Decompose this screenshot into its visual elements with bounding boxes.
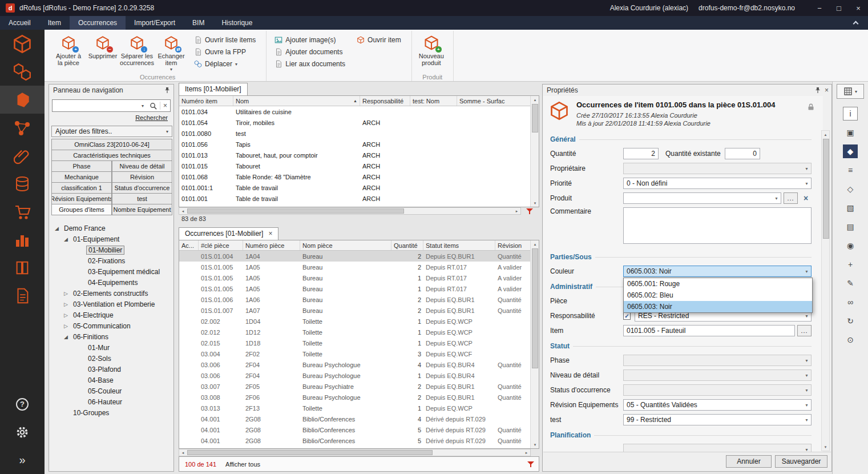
separate-occurrences-button[interactable]: ↓ Séparer lesoccurrences xyxy=(120,32,154,73)
filter-button[interactable]: Révision Equipements xyxy=(51,193,112,204)
close-panel-icon[interactable]: × xyxy=(825,87,829,94)
tree-expander-icon[interactable]: ◢ xyxy=(64,236,71,242)
occurrence-row[interactable]: 04.001 2G08 Biblio/Conferences 5 Dérivé … xyxy=(179,424,530,435)
tab-items[interactable]: Items [01-Mobilier] xyxy=(179,83,248,95)
status-select[interactable]: ▾ xyxy=(623,369,812,381)
module-finance[interactable] xyxy=(0,170,45,198)
col-responsabilite[interactable]: Responsabilité xyxy=(360,96,410,106)
scroll-down-icon[interactable]: ▾ xyxy=(531,199,539,207)
col-quantite[interactable]: Quantité xyxy=(391,240,423,250)
occurrence-row[interactable]: 04.001 2G08 Biblio/Conferences 5 Dérivé … xyxy=(179,435,530,446)
filter-button[interactable]: Groupes d'items xyxy=(51,204,112,215)
scroll-thumb[interactable] xyxy=(187,450,433,455)
menu-tab[interactable]: Occurrences xyxy=(70,16,126,30)
right-toolbar-icon[interactable]: + xyxy=(833,255,868,274)
occurrence-row[interactable]: 03.007 2F05 Bureau Psychiatre 2 Depuis E… xyxy=(179,381,530,392)
right-toolbar-icon[interactable]: ∞ xyxy=(833,292,868,311)
module-catalog[interactable] xyxy=(0,254,45,282)
add-documents-button[interactable]: Ajouter documents xyxy=(274,48,345,56)
occurrences-filter-indicator-icon[interactable] xyxy=(527,461,534,468)
owner-select[interactable]: ▾ xyxy=(623,163,812,174)
scroll-left-icon[interactable]: ◂ xyxy=(179,207,187,215)
items-hscrollbar[interactable]: ◂ ▸ xyxy=(179,207,521,215)
layout-menu-button[interactable]: ▾ xyxy=(837,84,864,99)
filter-button[interactable]: Niveau de détail xyxy=(112,160,172,172)
tree-item[interactable]: 04-Base xyxy=(50,375,172,385)
occurrences-hscrollbar[interactable]: ◂ ▸ xyxy=(179,449,531,456)
item-row[interactable]: 0101.015 Tabouret ARCH xyxy=(179,160,530,171)
item-row[interactable]: 0101.068 Table Ronde: 48 "Diamètre ARCH xyxy=(179,171,530,182)
item-row[interactable]: 0101.001:1 Table de travail ARCH xyxy=(179,182,530,193)
col-nom-piece[interactable]: Nom pièce xyxy=(300,240,391,250)
help-button[interactable]: ? xyxy=(0,390,45,418)
scroll-right-icon[interactable]: ▸ xyxy=(513,207,520,215)
new-product-button[interactable]: + Nouveauproduit xyxy=(414,32,449,73)
right-toolbar-icon[interactable]: ↻ xyxy=(833,311,868,330)
col-statut-items[interactable]: Statut items xyxy=(423,240,495,250)
scroll-thumb[interactable] xyxy=(823,139,829,239)
collapse-ribbon-icon[interactable] xyxy=(854,16,858,30)
scroll-up-icon[interactable]: ▴ xyxy=(531,240,539,248)
col-nom[interactable]: Nom▲ xyxy=(233,96,360,106)
right-toolbar-icon[interactable]: ▤ xyxy=(833,217,868,236)
occurrence-row[interactable]: 01S.01.007 1A07 Bureau 2 Depuis EQ.BUR1 … xyxy=(179,305,530,316)
tree-item[interactable]: 01-Mur xyxy=(50,342,172,353)
right-toolbar-icon[interactable]: ✎ xyxy=(833,274,868,292)
maximize-button[interactable]: □ xyxy=(829,0,849,16)
right-toolbar-icon[interactable]: i xyxy=(833,104,868,123)
pin-icon[interactable] xyxy=(164,87,171,94)
filter-button[interactable]: Phase xyxy=(51,160,112,172)
occurrence-row[interactable]: 03.006 2F04 Bureau Psychologue 4 Depuis … xyxy=(179,359,530,370)
tree-item[interactable]: ◢ 06-Finitions xyxy=(50,331,172,342)
tree-item[interactable]: 02-Fixations xyxy=(50,255,172,266)
col-actions[interactable]: Ac... xyxy=(179,240,199,250)
tree-item[interactable]: 01-Mobilier xyxy=(50,244,172,255)
tree-item[interactable]: 10-Groupes xyxy=(50,407,172,418)
occurrence-row[interactable]: 03.004 2F02 Toilette 3 Depuis EQ.WCF xyxy=(179,348,530,359)
expand-sidebar-button[interactable]: » xyxy=(0,446,45,474)
status-select[interactable]: 99 - Restricted▾ xyxy=(623,414,812,425)
tree-item[interactable]: 03-Equipement médical xyxy=(50,266,172,277)
priority-select[interactable]: 0 - Non défini▾ xyxy=(623,178,812,189)
search-icon[interactable] xyxy=(150,102,157,110)
module-items[interactable] xyxy=(0,30,45,58)
occurrence-row[interactable]: 01S.01.005 1A05 Bureau 1 Depuis RT.017 A… xyxy=(179,272,530,283)
color-option[interactable]: 0605.003: Noir xyxy=(624,301,812,312)
item-input[interactable]: 0101.005 - Fauteuil xyxy=(623,325,795,336)
tree-expander-icon[interactable]: ▷ xyxy=(64,291,71,296)
search-link[interactable]: Rechercher xyxy=(135,114,168,121)
tab-occurrences[interactable]: Occurrences [01-Mobilier] × xyxy=(179,227,278,240)
open-items-list-button[interactable]: Ouvrir liste items xyxy=(194,36,256,44)
item-row[interactable]: 0101.056 Tapis ARCH xyxy=(179,139,530,150)
item-row[interactable]: 0101.001 Table de travail ARCH xyxy=(179,193,530,204)
scroll-down-icon[interactable]: ▾ xyxy=(822,443,829,451)
tree-item[interactable]: 06-Hauteur xyxy=(50,396,172,407)
link-documents-button[interactable]: Lier aux documents xyxy=(274,60,345,68)
occurrence-row[interactable]: 02.012 1D12 Toilette 1 Depuis EQ.WCP xyxy=(179,327,530,338)
tree-item[interactable]: 04-Equipements xyxy=(50,277,172,288)
tree-item[interactable]: ◢ 01-Equipement xyxy=(50,234,172,244)
save-button[interactable]: Sauvegarder xyxy=(775,455,827,468)
item-row[interactable]: 0101.034 Utilitaires de cuisine xyxy=(179,106,530,117)
filter-button[interactable]: Nombre Equipement xyxy=(112,204,172,215)
right-toolbar-icon[interactable]: ⊙ xyxy=(833,330,868,349)
module-logistics[interactable] xyxy=(0,198,45,226)
tree-item[interactable]: ▷ 02-Elements constructifs xyxy=(50,288,172,299)
item-row[interactable]: 0101.013 Tabouret, haut, pour comptoir A… xyxy=(179,150,530,160)
scroll-up-icon[interactable]: ▴ xyxy=(822,131,829,138)
tree-expander-icon[interactable]: ▷ xyxy=(64,323,71,329)
right-toolbar-icon[interactable]: ▧ xyxy=(833,198,868,217)
responsibility-checkbox[interactable]: ✓ xyxy=(623,312,631,320)
delete-button[interactable]: − Supprimer xyxy=(86,32,120,73)
module-reports[interactable] xyxy=(0,226,45,254)
module-products[interactable] xyxy=(0,58,45,86)
filter-button[interactable]: Caractéristiques techniques xyxy=(51,150,172,161)
product-select[interactable]: ▾ xyxy=(623,192,781,204)
filter-button[interactable]: test xyxy=(112,193,172,204)
product-browse-button[interactable]: ... xyxy=(784,192,798,204)
lock-icon[interactable] xyxy=(807,103,815,111)
status-select[interactable]: ▾ xyxy=(623,355,812,366)
menu-tab[interactable]: Import/Export xyxy=(126,16,184,30)
product-clear-icon[interactable]: × xyxy=(800,192,812,204)
cancel-button[interactable]: Annuler xyxy=(726,455,772,468)
